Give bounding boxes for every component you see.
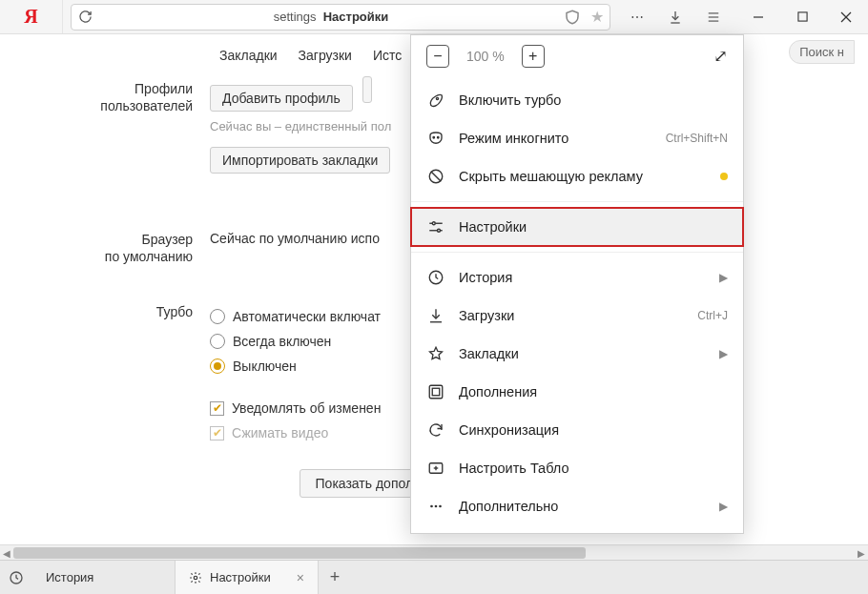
more-icon[interactable]: ⋯ <box>618 0 656 34</box>
toolbar-actions: ⋯ <box>618 0 733 34</box>
omnibox-actions: ★ <box>564 8 610 26</box>
menu-bookmarks[interactable]: Закладки ▶ <box>411 335 743 373</box>
menu-incognito[interactable]: Режим инкогнито Ctrl+Shift+N <box>411 119 743 157</box>
nav-history[interactable]: Истс <box>373 48 402 63</box>
tab-label: Настройки <box>210 570 271 584</box>
no-ads-icon <box>426 167 445 186</box>
scroll-left-arrow[interactable]: ◀ <box>0 545 13 561</box>
zoom-controls: − 100 % + ⤢ <box>411 35 743 81</box>
horizontal-scrollbar[interactable]: ◀ ▶ <box>0 544 868 560</box>
reload-button[interactable] <box>72 10 98 24</box>
tabstrip: История Настройки × + <box>0 560 868 594</box>
fullscreen-icon[interactable]: ⤢ <box>713 46 728 67</box>
nav-bookmarks[interactable]: Закладки <box>219 48 278 63</box>
svg-point-14 <box>432 222 435 225</box>
zoom-in-button[interactable]: + <box>522 45 545 68</box>
menu-customize-tablo[interactable]: Настроить Табло <box>411 449 743 487</box>
svg-point-9 <box>438 137 440 139</box>
main-menu: − 100 % + ⤢ Включить турбо Режим инкогни… <box>410 34 744 534</box>
svg-point-15 <box>438 229 441 232</box>
svg-point-26 <box>194 576 197 580</box>
home-area[interactable]: Я <box>0 0 63 33</box>
menu-more[interactable]: Дополнительно ▶ <box>411 487 743 525</box>
svg-point-7 <box>436 97 438 99</box>
bookmark-star-icon[interactable]: ★ <box>590 8 604 26</box>
svg-line-11 <box>431 172 442 182</box>
menu-sync[interactable]: Синхронизация <box>411 411 743 449</box>
nav-downloads[interactable]: Загрузки <box>299 48 352 63</box>
sliders-icon <box>426 217 445 236</box>
addons-icon <box>426 382 445 401</box>
scroll-thumb[interactable] <box>13 547 586 559</box>
import-bookmarks-button[interactable]: Импортировать закладки <box>210 147 390 174</box>
settings-search[interactable]: Поиск н <box>789 40 855 64</box>
add-profile-button[interactable]: Добавить профиль <box>210 85 353 112</box>
menu-addons[interactable]: Дополнения <box>411 373 743 411</box>
tab-label: История <box>46 570 93 584</box>
tab-settings[interactable]: Настройки × <box>176 561 319 595</box>
menu-hide-ads[interactable]: Скрыть мешающую рекламу <box>411 157 743 195</box>
turbo-label: Турбо <box>0 299 210 450</box>
close-button[interactable] <box>824 0 868 34</box>
partial-button[interactable] <box>362 76 372 103</box>
chevron-right-icon: ▶ <box>719 271 728 284</box>
yandex-logo: Я <box>24 6 37 28</box>
tablo-icon <box>426 459 445 478</box>
gear-icon <box>189 571 202 584</box>
profiles-label: Профили пользователей <box>0 76 210 174</box>
sync-icon <box>426 420 445 440</box>
menu-history[interactable]: История ▶ <box>411 258 743 297</box>
rocket-icon <box>426 91 445 110</box>
minimize-button[interactable] <box>736 0 780 34</box>
downloads-icon[interactable] <box>656 0 694 34</box>
maximize-button[interactable] <box>780 0 824 34</box>
download-icon <box>426 306 445 325</box>
svg-rect-17 <box>429 385 443 399</box>
zoom-out-button[interactable]: − <box>426 45 449 68</box>
omnibox[interactable]: settings Настройки ★ <box>71 4 610 31</box>
dots-icon <box>426 497 445 516</box>
menu-settings[interactable]: Настройки <box>411 208 743 246</box>
chevron-right-icon: ▶ <box>719 500 728 513</box>
menu-button[interactable] <box>694 0 733 34</box>
ads-indicator-dot <box>720 173 728 180</box>
zoom-percent: 100 % <box>466 49 505 64</box>
svg-rect-4 <box>797 12 806 21</box>
window-controls <box>736 0 868 34</box>
svg-rect-18 <box>432 388 440 396</box>
history-button[interactable] <box>0 561 32 595</box>
tab-close-icon[interactable]: × <box>297 570 304 585</box>
svg-point-23 <box>435 505 438 508</box>
svg-point-22 <box>430 505 433 508</box>
new-tab-button[interactable]: + <box>319 561 351 595</box>
titlebar: Я settings Настройки ★ ⋯ <box>0 0 868 34</box>
protect-icon[interactable] <box>564 9 581 26</box>
svg-point-8 <box>433 137 435 139</box>
clock-icon <box>426 268 445 287</box>
chevron-right-icon: ▶ <box>719 347 728 360</box>
scroll-right-arrow[interactable]: ▶ <box>855 545 868 561</box>
svg-point-24 <box>439 505 442 508</box>
default-browser-label: Браузер по умолчанию <box>0 227 210 265</box>
star-icon <box>426 344 445 363</box>
menu-downloads[interactable]: Загрузки Ctrl+J <box>411 297 743 335</box>
mask-icon <box>426 129 445 148</box>
menu-turbo[interactable]: Включить турбо <box>411 81 743 119</box>
tab-history[interactable]: История <box>32 561 176 595</box>
omnibox-text: settings Настройки <box>98 10 564 24</box>
